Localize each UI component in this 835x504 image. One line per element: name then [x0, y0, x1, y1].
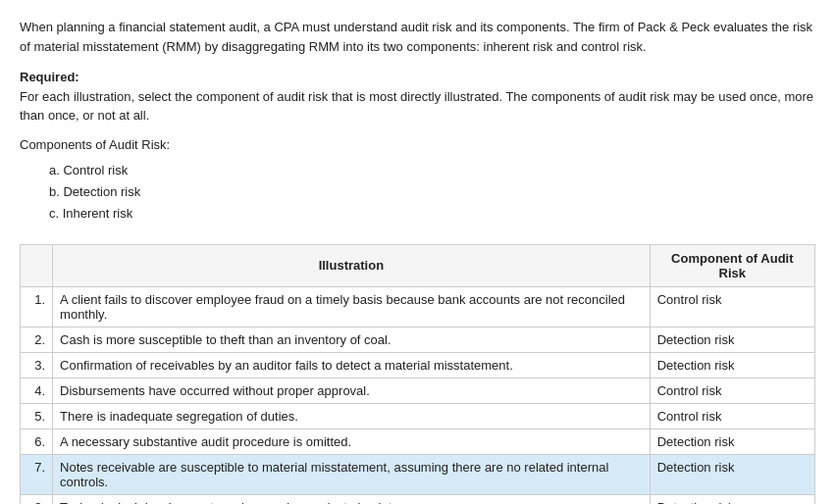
table-row: 1.A client fails to discover employee fr…: [21, 286, 815, 327]
row-number: 7.: [21, 454, 53, 494]
components-header: Components of Audit Risk:: [20, 137, 815, 152]
row-illustration: Disbursements have occurred without prop…: [53, 378, 651, 403]
table-row: 2.Cash is more susceptible to theft than…: [21, 327, 815, 352]
row-number: 6.: [21, 428, 53, 454]
table-row: 8.Technological developments make a majo…: [21, 494, 815, 504]
row-illustration: There is inadequate segregation of dutie…: [53, 403, 651, 428]
required-label: Required:: [20, 70, 79, 84]
row-illustration: A necessary substantive audit procedure …: [53, 428, 651, 454]
intro-paragraph1: When planning a financial statement audi…: [20, 18, 815, 56]
table-wrapper: Illustration Component of Audit Risk 1.A…: [20, 244, 815, 504]
row-number: 8.: [21, 494, 53, 504]
row-risk: Control risk: [650, 286, 814, 327]
col-risk-header: Component of Audit Risk: [650, 244, 814, 286]
required-section: Required: For each illustration, select …: [20, 68, 815, 126]
row-risk: Control risk: [650, 403, 814, 428]
row-illustration: Confirmation of receivables by an audito…: [53, 352, 651, 378]
table-row: 4.Disbursements have occurred without pr…: [21, 378, 815, 403]
table-row: 6.A necessary substantive audit procedur…: [21, 428, 815, 454]
row-risk: Detection risk: [650, 327, 814, 352]
row-risk: Detection risk: [650, 494, 814, 504]
row-number: 5.: [21, 403, 53, 428]
component-item: b. Detection risk: [49, 181, 815, 203]
row-risk: Detection risk: [650, 454, 814, 494]
row-number: 1.: [21, 286, 53, 327]
row-illustration: Notes receivable are susceptible to mate…: [53, 454, 651, 494]
row-risk: Detection risk: [650, 352, 814, 378]
row-illustration: Technological developments make a major …: [53, 494, 651, 504]
required-text: For each illustration, select the compon…: [20, 89, 813, 124]
col-num-header: [21, 244, 53, 286]
table-row: 5.There is inadequate segregation of dut…: [21, 403, 815, 428]
component-item: c. Inherent risk: [49, 203, 815, 225]
row-risk: Detection risk: [650, 428, 814, 454]
component-item: a. Control risk: [49, 160, 815, 181]
row-risk: Control risk: [650, 378, 814, 403]
row-number: 2.: [21, 327, 53, 352]
col-illustration-header: Illustration: [53, 244, 651, 286]
row-number: 3.: [21, 352, 53, 378]
row-number: 4.: [21, 378, 53, 403]
table-row: 7.Notes receivable are susceptible to ma…: [21, 454, 815, 494]
audit-risk-table: Illustration Component of Audit Risk 1.A…: [20, 244, 815, 504]
table-row: 3.Confirmation of receivables by an audi…: [21, 352, 815, 378]
row-illustration: Cash is more susceptible to theft than a…: [53, 327, 651, 352]
components-list: a. Control riskb. Detection riskc. Inher…: [49, 160, 815, 225]
row-illustration: A client fails to discover employee frau…: [53, 286, 651, 327]
